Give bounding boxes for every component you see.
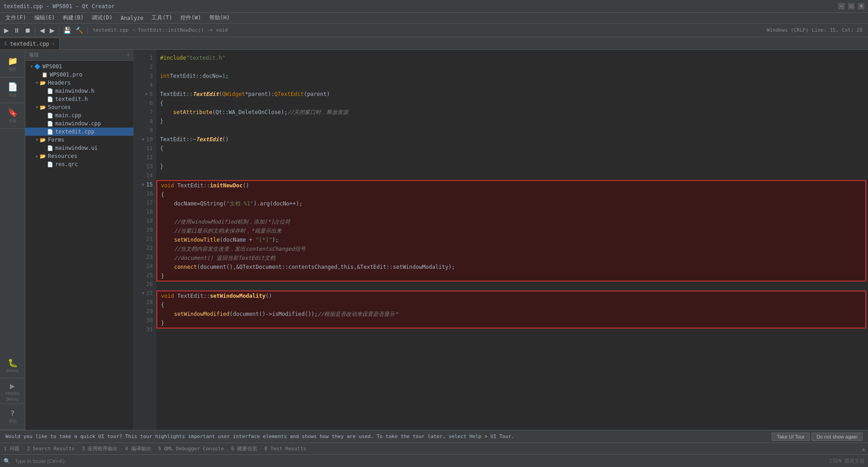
panel-header-close[interactable]: ✕ xyxy=(127,52,130,58)
code-line-10: TextEdit::~TextEdit() xyxy=(156,135,868,144)
tree-item-res-qrc[interactable]: 📄 res.qrc xyxy=(25,160,133,168)
tree-arrow-resources[interactable]: ▶ xyxy=(34,154,40,158)
toolbar-forward-btn[interactable]: ▶ xyxy=(47,25,57,36)
toolbar-stop-btn[interactable]: ⏹ xyxy=(23,25,33,36)
bottom-right-logo: CSDN 图灵文创 xyxy=(830,457,864,464)
maximize-button[interactable]: □ xyxy=(848,3,854,10)
gutter-28: 28 xyxy=(134,298,156,307)
sidebar-section-project: 📁 项目 xyxy=(0,52,25,77)
code-line-4 xyxy=(156,81,868,90)
menu-analyze[interactable]: Analyze xyxy=(117,14,147,22)
gutter-18: 18 xyxy=(134,207,156,216)
tree-item-resources[interactable]: ▶ 📂 Resources xyxy=(25,152,133,160)
cpp-file-icon-2: 📄 xyxy=(47,121,53,127)
help-label: 帮助 xyxy=(9,419,17,424)
tab-textedit-cpp[interactable]: C textedit.cpp ✕ xyxy=(0,38,60,49)
menu-edit[interactable]: 编辑(E) xyxy=(31,13,59,23)
gutter-10[interactable]: ▼10 xyxy=(134,135,156,144)
gutter-31: 31 xyxy=(134,325,156,334)
tree-label-textedit-cpp: textedit.cpp xyxy=(55,129,94,135)
minimize-button[interactable]: ─ xyxy=(838,3,844,10)
status-tab-problems[interactable]: 1 问题 xyxy=(0,444,23,453)
sidebar-open-docs-btn[interactable]: 📄 开发 xyxy=(2,79,24,101)
sidebar-help-btn[interactable]: ? 帮助 xyxy=(2,406,24,428)
tree-item-mainwindow-cpp[interactable]: 📄 mainwindow.cpp xyxy=(25,119,133,128)
code-line-16: { xyxy=(157,190,865,199)
resources-folder-icon: 📂 xyxy=(40,153,46,159)
gutter-20: 20 xyxy=(134,225,156,234)
status-tab-compile-output[interactable]: 4 编译输出 xyxy=(121,444,154,453)
status-tab-app-output[interactable]: 3 应用程序输出 xyxy=(78,444,121,453)
menu-tools[interactable]: 工具(T) xyxy=(148,13,176,23)
tree-item-textedit-h[interactable]: 📄 textedit.h xyxy=(25,95,133,103)
gutter-15[interactable]: ▼15 xyxy=(134,180,156,189)
tree-item-mainwindow-ui[interactable]: 📄 mainwindow.ui xyxy=(25,144,133,152)
gutter-7: 7 xyxy=(134,108,156,117)
status-tab-search-results[interactable]: 2 Search Results xyxy=(23,445,78,453)
code-line-26 xyxy=(156,281,868,291)
status-tabs-arrow[interactable]: ▲ xyxy=(859,446,868,452)
tree-item-main-cpp[interactable]: 📄 main.cpp xyxy=(25,111,133,119)
gutter-27[interactable]: ▼27 xyxy=(134,289,156,298)
locate-input[interactable] xyxy=(12,457,103,465)
code-line-6: { xyxy=(156,99,868,108)
tree-arrow-forms[interactable]: ▼ xyxy=(34,138,40,142)
tree-item-textedit-cpp[interactable]: 📄 textedit.cpp xyxy=(25,128,133,136)
func-highlight-block-1: void TextEdit::initNewDoc() { docName=QS… xyxy=(156,180,866,281)
project-label: 项目 xyxy=(9,67,17,72)
gutter-25: 25 xyxy=(134,271,156,280)
status-tab-qml-debugger[interactable]: 5 QML Debugger Console xyxy=(155,445,228,453)
sidebar-bookmarks-btn[interactable]: 🔖 书签 xyxy=(2,105,24,127)
menu-help[interactable]: 帮助(H) xyxy=(206,13,234,23)
menu-build[interactable]: 构建(B) xyxy=(59,13,87,23)
menu-file[interactable]: 文件(F) xyxy=(2,13,30,23)
gutter-12: 12 xyxy=(134,153,156,162)
code-line-17: docName=QString("文档 %1").arg(docNo++); xyxy=(157,199,865,208)
gutter-5[interactable]: ▼5 xyxy=(134,90,156,99)
tree-item-wps001[interactable]: ▼ 🔷 WPS001 xyxy=(25,62,133,71)
gutter-13: 13 xyxy=(134,162,156,171)
sidebar-run-btn[interactable]: ▶ YPS001 Debug xyxy=(2,380,24,402)
code-line-22: //当文档内容发生改变，发出contentsChanged信号 xyxy=(157,244,865,253)
tree-label-sources: Sources xyxy=(48,104,71,110)
breadcrumb-func: TextEdit::initNewDoc() -> void xyxy=(138,27,228,33)
code-line-31 xyxy=(156,329,868,338)
sidebar-project-btn[interactable]: 📁 项目 xyxy=(2,53,24,75)
gutter-17: 17 xyxy=(134,198,156,207)
toolbar-back-btn[interactable]: ◀ xyxy=(38,25,47,36)
toolbar-save-btn[interactable]: 💾 xyxy=(61,25,73,36)
status-tab-summary[interactable]: 6 概要信息 xyxy=(227,444,260,453)
tab-close-1[interactable]: ✕ xyxy=(52,41,55,46)
tree-arrow-sources[interactable]: ▼ xyxy=(34,105,40,110)
tree-item-forms[interactable]: ▼ 📂 Forms xyxy=(25,136,133,144)
code-line-19: //使用windowModified机制，添加[*]占位符 xyxy=(157,217,865,226)
code-line-24: connect(document(),&QTextDocument::conte… xyxy=(157,262,865,272)
menu-widget[interactable]: 控件(W) xyxy=(177,13,205,23)
toolbar-pause-btn[interactable]: ⏸ xyxy=(12,25,22,36)
tree-arrow-wps001[interactable]: ▼ xyxy=(29,64,34,69)
tree-item-headers[interactable]: ▼ 📂 Headers xyxy=(25,79,133,87)
tree-item-wps001pro[interactable]: 📋 WPS001.pro xyxy=(25,71,133,79)
status-tab-test-results[interactable]: 8 Test Results xyxy=(261,445,310,453)
tree-label-forms: Forms xyxy=(48,137,64,143)
project-file-icon: 🔷 xyxy=(34,64,41,70)
project-tree[interactable]: ▼ 🔷 WPS001 📋 WPS001.pro ▼ 📂 Headers xyxy=(25,61,133,430)
dismiss-tour-button[interactable]: Do not show again xyxy=(811,433,863,441)
tree-arrow-headers[interactable]: ▼ xyxy=(34,81,40,85)
tree-item-mainwindow-h[interactable]: 📄 mainwindow.h xyxy=(25,87,133,95)
gutter-21: 21 xyxy=(134,234,156,243)
code-editor-wrapper[interactable]: 1 2 3 4 ▼5 6 7 8 9 ▼10 11 12 13 14 ▼15 1… xyxy=(134,50,868,430)
gutter-8: 8 xyxy=(134,117,156,126)
take-tour-button[interactable]: Take UI Tour xyxy=(772,433,810,441)
tree-label-headers: Headers xyxy=(48,80,71,86)
tree-item-sources[interactable]: ▼ 📂 Sources xyxy=(25,103,133,111)
func-highlight-block-2: void TextEdit::setWindowModality() { set… xyxy=(156,291,866,329)
toolbar-run-btn[interactable]: ▶ xyxy=(2,25,11,36)
close-button[interactable]: ✕ xyxy=(858,3,864,10)
code-body[interactable]: #include "textedit.h" int TextEdit::docN… xyxy=(156,50,868,430)
code-line-15: void TextEdit::initNewDoc() xyxy=(157,181,865,190)
sidebar-debug-btn[interactable]: 🐛 Debug xyxy=(2,354,24,376)
project-panel: 项目 ✕ ▼ 🔷 WPS001 📋 WPS001.pro ▼ 📂 xyxy=(25,50,134,430)
toolbar-build-btn[interactable]: 🔨 xyxy=(74,25,85,36)
menu-debug[interactable]: 调试(D) xyxy=(88,13,116,23)
